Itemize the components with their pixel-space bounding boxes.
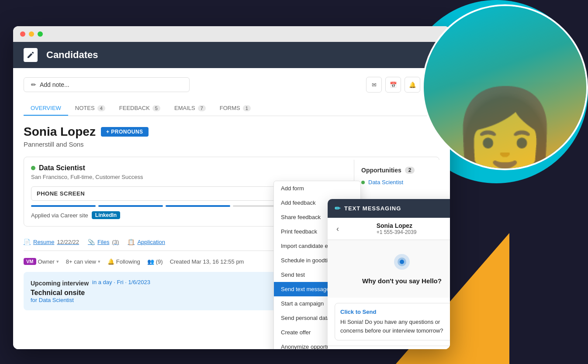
- minimize-dot[interactable]: [29, 31, 34, 37]
- files-count: (3): [112, 239, 119, 245]
- emails-badge: 7: [198, 105, 206, 111]
- pencil-icon: ✏: [31, 81, 36, 88]
- pronouns-button[interactable]: + PRONOUNS: [101, 127, 149, 137]
- msg-hello-icon: [336, 253, 450, 274]
- resume-link[interactable]: 📄 Resume 12/22/22: [24, 239, 79, 245]
- msg-contact-name: Sonia Lopez: [377, 222, 417, 229]
- opportunity-status-dot: [361, 181, 365, 184]
- opportunities-count: 2: [405, 167, 415, 174]
- msg-title: ✏ TEXT MESSAGING: [335, 204, 401, 213]
- msg-draft[interactable]: Click to Send Hi Sonia! Do you have any …: [335, 303, 450, 340]
- candidate-company: Pannerstill and Sons: [24, 141, 439, 148]
- stage-step-2: [98, 205, 163, 207]
- resume-date: 12/22/22: [57, 239, 79, 245]
- job-title: Data Scientist: [39, 164, 85, 172]
- text-messaging-panel: ✏ TEXT MESSAGING ⤢ ‹ Sonia Lopez +1 555-…: [328, 199, 450, 349]
- files-link[interactable]: 📎 Files (3): [88, 239, 119, 245]
- msg-hello-text: Why don't you say Hello?: [336, 277, 450, 285]
- tab-notes[interactable]: NOTES 4: [68, 101, 112, 116]
- add-note-label: Add note...: [40, 81, 69, 88]
- opportunity-item[interactable]: Data Scientist: [361, 179, 443, 185]
- calendar-icon-button[interactable]: 📅: [385, 77, 401, 93]
- bell-icon: 🔔: [107, 258, 114, 265]
- followers-chip[interactable]: 👥 (9): [147, 258, 163, 265]
- can-view-chevron: ▾: [98, 259, 100, 264]
- stage-label: PHONE SCREEN: [37, 190, 85, 197]
- owner-chip[interactable]: VM Owner ▾: [24, 258, 59, 265]
- photo-placeholder-icon: 👩: [450, 90, 560, 168]
- msg-back-button[interactable]: ‹: [335, 224, 341, 234]
- feedback-badge: 5: [152, 105, 160, 111]
- interview-label: Upcoming interview: [31, 280, 89, 287]
- owner-chevron: ▾: [56, 259, 59, 264]
- msg-phone: +1 555-394-2039: [377, 229, 417, 235]
- candidate-name: Sonia Lopez: [24, 125, 96, 139]
- email-icon: ✉: [372, 82, 377, 88]
- following-label: Following: [116, 258, 140, 265]
- msg-draft-title: Click to Send: [340, 309, 450, 315]
- opportunities-label: Opportunities: [361, 167, 401, 174]
- browser-window: Candidates ✏ Add note... ✉ 📅 🔔 •••: [13, 26, 450, 349]
- email-icon-button[interactable]: ✉: [366, 77, 382, 93]
- application-link[interactable]: 📋 Application: [128, 239, 165, 245]
- msg-logo-icon: ✏: [335, 204, 341, 213]
- people-icon: 👥: [147, 258, 154, 265]
- following-chip[interactable]: 🔔 Following: [107, 258, 140, 265]
- alarm-icon-button[interactable]: 🔔: [405, 77, 420, 93]
- stage-step-3: [166, 205, 230, 207]
- msg-contact-info: Sonia Lopez +1 555-394-2039: [377, 222, 417, 235]
- opportunities-header: Opportunities 2: [361, 167, 443, 174]
- msg-contact-details: Sonia Lopez +1 555-394-2039: [377, 222, 417, 235]
- msg-footer: ☰ 📎 🙂 🕐 ▶: [328, 346, 450, 349]
- dropdown-add-form[interactable]: Add form: [274, 181, 360, 196]
- main-content: ✏ Add note... ✉ 📅 🔔 ••• OV: [13, 68, 450, 349]
- followers-count: (9): [156, 258, 163, 265]
- candidate-photo: 👩: [422, 4, 588, 170]
- can-view-label: 8+ can view: [66, 258, 96, 265]
- calendar-icon: 📅: [390, 82, 397, 88]
- app-logo-icon: [24, 48, 38, 62]
- tabs-container: OVERVIEW NOTES 4 FEEDBACK 5 EMAILS 7 FOR…: [24, 101, 439, 116]
- svg-point-2: [400, 260, 404, 264]
- application-label: Application: [137, 239, 165, 245]
- alarm-icon: 🔔: [409, 82, 416, 88]
- tab-forms[interactable]: FORMS 1: [213, 101, 258, 116]
- tab-overview[interactable]: OVERVIEW: [24, 101, 68, 116]
- notes-badge: 4: [97, 105, 105, 111]
- msg-body: Why don't you say Hello?: [328, 240, 450, 298]
- can-view-chip[interactable]: 8+ can view ▾: [66, 258, 100, 265]
- msg-draft-text: Hi Sonia! Do you have any questions or c…: [340, 318, 450, 335]
- toolbar: ✏ Add note... ✉ 📅 🔔 •••: [24, 77, 439, 93]
- interview-time: in a day · Fri · 1/6/2023: [92, 279, 150, 285]
- resume-label: Resume: [33, 239, 54, 245]
- attachment-icon: 📎: [88, 239, 95, 245]
- job-status-dot: [31, 166, 35, 170]
- opportunity-name: Data Scientist: [368, 179, 403, 185]
- msg-subheader: ‹ Sonia Lopez +1 555-394-2039 ↻ ⋮: [328, 218, 450, 240]
- app-title: Candidates: [46, 49, 98, 61]
- stage-step-1: [31, 205, 96, 207]
- close-dot[interactable]: [20, 31, 25, 37]
- tab-feedback[interactable]: FEEDBACK 5: [112, 101, 167, 116]
- add-note-button[interactable]: ✏ Add note...: [24, 77, 190, 92]
- maximize-dot[interactable]: [38, 31, 43, 37]
- app-header: Candidates: [13, 42, 450, 68]
- files-label: Files: [97, 239, 109, 245]
- application-icon: 📋: [128, 239, 135, 245]
- msg-header: ✏ TEXT MESSAGING ⤢: [328, 199, 450, 218]
- owner-label: Owner: [38, 258, 55, 265]
- browser-chrome: [13, 26, 450, 42]
- linkedin-badge: LinkedIn: [92, 211, 120, 219]
- forms-badge: 1: [243, 105, 251, 111]
- tab-emails[interactable]: EMAILS 7: [167, 101, 213, 116]
- pdf-icon: 📄: [24, 239, 31, 245]
- created-label: Created Mar 13, 16 12:55 pm: [170, 258, 244, 265]
- candidate-name-row: Sonia Lopez + PRONOUNS: [24, 125, 439, 139]
- applied-via: Applied via Career site: [31, 212, 88, 219]
